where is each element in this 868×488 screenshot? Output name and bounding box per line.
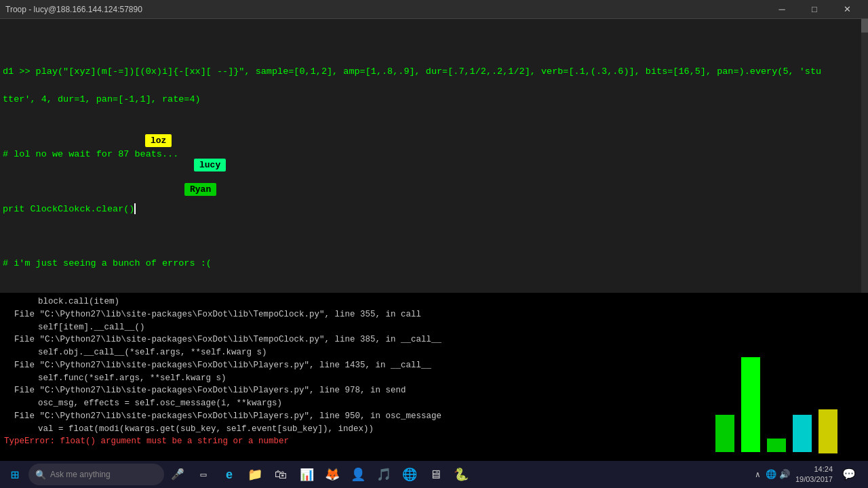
console-line-2: File "C:\Python27\lib\site-packages\FoxD… [4, 308, 694, 321]
console-line-7: self.func(*self.args, **self.kwarg s) [4, 372, 694, 385]
notification-button[interactable]: 💬 [838, 464, 860, 485]
bubble-ryan: Ryan [184, 183, 216, 196]
visualizer-chart [709, 300, 858, 455]
network-icon: 🌐 [766, 469, 776, 480]
viz-bar-3 [767, 439, 786, 452]
explorer-icon[interactable]: 📁 [243, 462, 267, 487]
music-icon[interactable]: 🎵 [372, 462, 396, 487]
editor-line-3: tter', 4, dur=1, pan=[-1,1], rate=4) [3, 92, 865, 107]
viz-bar-4 [793, 415, 812, 452]
taskbar-right: ∧ 🌐 🔊 14:24 19/03/2017 💬 [755, 464, 865, 485]
viz-bar-5 [818, 409, 837, 453]
firefox-icon[interactable]: 🦊 [320, 462, 344, 487]
search-icon: 🔍 [35, 470, 46, 480]
edge-icon[interactable]: e [217, 462, 241, 487]
globe-icon[interactable]: 🌐 [397, 462, 422, 487]
editor-line-6 [3, 175, 865, 188]
console-line-8: File "C:\Python27\lib\site-packages\FoxD… [4, 384, 694, 397]
visualizer [698, 293, 868, 461]
monitor-icon[interactable]: 🖥 [423, 462, 448, 487]
editor-line-9: # i'm just seeing a bunch of errors :( [3, 256, 865, 271]
task-view-button[interactable]: ▭ [191, 462, 216, 487]
system-icons: 🌐 🔊 [766, 469, 790, 480]
console-line-1: block.call(item) [4, 296, 694, 308]
console-line-11: val = float(modi(kwargs.get(sub_key, sel… [4, 423, 694, 436]
user-icon[interactable]: 👤 [346, 462, 370, 487]
console-error-line: TypeError: float() argument must be a st… [4, 435, 694, 448]
time-display: 14:24 [795, 464, 833, 474]
editor-line-7: prit ClockClokck.clear() [3, 202, 865, 217]
console-line-6: File "C:\Python27\lib\site-packages\FoxD… [4, 359, 694, 372]
console-line-9: osc_msg, effects = self.osc_message(i, *… [4, 397, 694, 410]
editor-line-4 [3, 120, 865, 134]
close-button[interactable]: ✕ [831, 0, 863, 19]
editor-line-1 [3, 38, 865, 52]
viz-bar-1 [715, 415, 734, 452]
calculator-icon[interactable]: 📊 [294, 462, 319, 487]
scrollbar-thumb[interactable] [861, 19, 868, 33]
editor-line-8 [3, 230, 865, 243]
console-area: block.call(item) File "C:\Python27\lib\s… [0, 293, 698, 461]
editor-line-2: d1 >> play("[xyz](m[-=])[(0x)i]{-[xx][ -… [3, 64, 865, 79]
window-title: Troop - lucy@188.166.144.124:57890 [5, 5, 142, 14]
console-line-4: File "C:\Python27\lib\site-packages\FoxD… [4, 333, 694, 346]
console-line-10: File "C:\Python27\lib\site-packages\FoxD… [4, 410, 694, 423]
python-icon[interactable]: 🐍 [449, 462, 473, 487]
maximize-button[interactable]: □ [799, 0, 830, 19]
clock: 14:24 19/03/2017 [795, 464, 833, 485]
bubble-lucy: lucy [194, 159, 226, 171]
viz-bar-2 [741, 357, 760, 452]
volume-icon: 🔊 [779, 469, 790, 480]
taskbar: ⊞ 🔍 Ask me anything 🎤 ▭ e 📁 🛍 📊 🦊 👤 🎵 🌐 … [0, 461, 868, 488]
console-line-3: self[item].__call__() [4, 321, 694, 334]
bubble-loz: loz [145, 134, 172, 147]
editor-line-5: # lol no we wait for 87 beats... [3, 147, 865, 162]
system-tray-expand[interactable]: ∧ [755, 470, 760, 480]
search-label: Ask me anything [50, 470, 111, 479]
window-controls: ─ □ ✕ [766, 0, 863, 19]
console-line-5: self.obj.__call__(*self.args, **self.kwa… [4, 346, 694, 359]
store-icon[interactable]: 🛍 [269, 462, 293, 487]
titlebar: Troop - lucy@188.166.144.124:57890 ─ □ ✕ [0, 0, 868, 19]
date-display: 19/03/2017 [795, 474, 833, 485]
start-button[interactable]: ⊞ [3, 462, 27, 487]
taskbar-search[interactable]: 🔍 Ask me anything [28, 464, 164, 485]
minimize-button[interactable]: ─ [766, 0, 797, 19]
mic-button[interactable]: 🎤 [165, 462, 190, 487]
